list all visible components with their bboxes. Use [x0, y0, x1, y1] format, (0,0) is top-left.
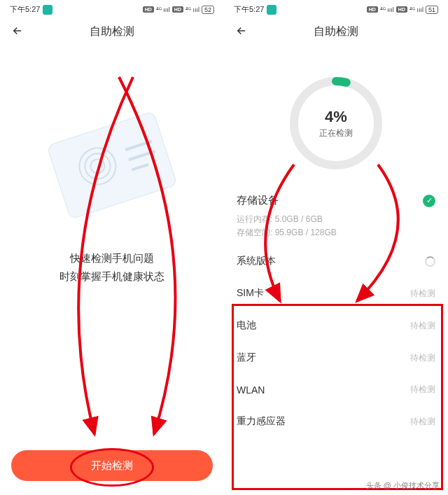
signal-icon: ⁴ᴳ ıııl [410, 6, 424, 13]
desc-line: 时刻掌握手机健康状态 [0, 267, 224, 286]
spinner-icon [425, 256, 435, 267]
progress-percent: 4% [325, 108, 347, 126]
status-bar: 下午5:27 HD ⁴ᴳ ıııl HD ⁴ᴳ ıııl 52 [0, 0, 224, 18]
item-status: 待检测 [410, 288, 435, 300]
list-item: SIM卡 待检测 [224, 277, 448, 309]
item-label: 电池 [237, 319, 256, 332]
list-item: WLAN 待检测 [224, 374, 448, 405]
signal-icon: ⁴ᴳ ıııl [156, 6, 170, 13]
status-bar: 下午5:27 HD ⁴ᴳ ıııl HD ⁴ᴳ ıııl 51 [224, 0, 448, 18]
storage-section: 存储设备 ✓ 运行内存: 5.0GB / 6GB 存储空间: 95.9GB / … [224, 183, 448, 245]
app-icon [43, 5, 52, 15]
check-icon: ✓ [423, 195, 435, 207]
battery-indicator: 51 [426, 6, 438, 14]
section-title: 存储设备 [237, 194, 279, 207]
item-label: WLAN [237, 384, 265, 396]
item-status: 待检测 [410, 320, 435, 332]
description: 快速检测手机问题 时刻掌握手机健康状态 [0, 249, 224, 285]
back-icon[interactable] [11, 25, 24, 40]
page-title: 自助检测 [235, 25, 437, 39]
hd-badge: HD [396, 6, 407, 13]
header: 自助检测 [224, 18, 448, 46]
item-label: 重力感应器 [237, 415, 286, 428]
header: 自助检测 [0, 18, 224, 46]
start-detection-button[interactable]: 开始检测 [11, 450, 213, 481]
item-label: 系统版本 [237, 255, 276, 267]
progress-label: 正在检测 [319, 127, 353, 139]
desc-line: 快速检测手机问题 [0, 249, 224, 267]
hd-badge: HD [367, 6, 378, 13]
list-item: 电池 待检测 [224, 309, 448, 342]
svg-rect-0 [47, 111, 177, 219]
list-item: 重力感应器 待检测 [224, 405, 448, 438]
app-icon [267, 5, 276, 15]
item-label: SIM卡 [237, 287, 264, 300]
item-status: 待检测 [410, 416, 435, 428]
rom-info: 存储空间: 95.9GB / 128GB [237, 226, 435, 239]
progress-ring: 4% 正在检测 [284, 71, 388, 176]
page-title: 自助检测 [11, 25, 213, 39]
signal-icon: ⁴ᴳ ıııl [380, 6, 394, 13]
status-time: 下午5:27 [10, 4, 40, 15]
item-status: 待检测 [410, 352, 435, 364]
item-label: 蓝牙 [237, 351, 256, 364]
watermark: 头条 @ 小俊技术分享 [366, 480, 440, 491]
signal-icon: ⁴ᴳ ıııl [186, 6, 200, 13]
status-time: 下午5:27 [234, 4, 264, 15]
phone-screen-right: 下午5:27 HD ⁴ᴳ ıııl HD ⁴ᴳ ıııl 51 自助检测 [224, 0, 448, 495]
phone-screen-left: 下午5:27 HD ⁴ᴳ ıııl HD ⁴ᴳ ıııl 52 自助检测 [0, 0, 224, 495]
list-item: 系统版本 [224, 245, 448, 277]
hd-badge: HD [143, 6, 154, 13]
ram-info: 运行内存: 5.0GB / 6GB [237, 213, 435, 226]
hd-badge: HD [172, 6, 183, 13]
list-item: 蓝牙 待检测 [224, 342, 448, 374]
back-icon[interactable] [235, 25, 248, 40]
detection-list: 系统版本 SIM卡 待检测 电池 待检测 蓝牙 待检测 WLAN 待检测 重力感… [224, 245, 448, 438]
battery-indicator: 52 [202, 6, 214, 14]
item-status: 待检测 [410, 384, 435, 396]
illustration [35, 102, 189, 228]
